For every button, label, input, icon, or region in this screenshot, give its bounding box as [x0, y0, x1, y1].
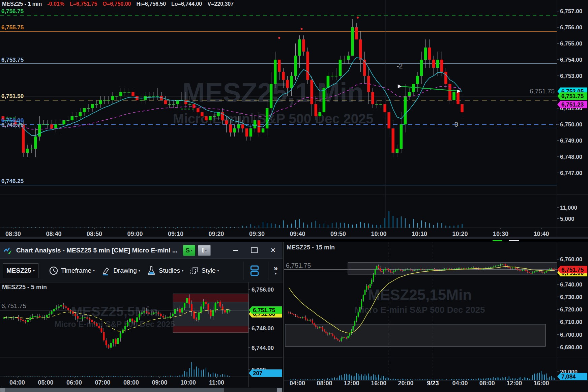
c2-volume — [288, 371, 555, 380]
timeframe-label: Timeframe — [61, 267, 91, 274]
svg-text:-2: -2 — [397, 62, 403, 70]
c1-watermark: MESZ25,5MinMicro E-mini S&P 500 Dec 2025 — [54, 304, 175, 329]
c0-watermark: MESZ25,1 MinMicro E-mini S&P 500 Dec 202… — [173, 78, 373, 126]
svg-text:09:50: 09:50 — [330, 231, 346, 237]
c2-annotations: 6,751.75 — [286, 262, 311, 269]
svg-text:Micro E-mini S&P 500 Dec 2025: Micro E-mini S&P 500 Dec 2025 — [355, 305, 485, 315]
chart-toolbar: MESZ25 ▾ Timeframe ▾ Drawing ▾ St — [0, 259, 283, 282]
svg-text:10:10: 10:10 — [412, 231, 427, 237]
chart-analysis-logo-icon — [3, 246, 12, 255]
style-menu[interactable]: Style ▾ — [189, 266, 219, 275]
fifteen-min-chart-title: MESZ25 - 15 min — [287, 244, 335, 251]
five-min-chart-canvas[interactable]: MESZ25,5MinMicro E-mini S&P 500 Dec 2025… — [0, 282, 283, 392]
panel-splitter-vertical[interactable] — [283, 242, 284, 392]
studies-label: Studies — [159, 267, 180, 274]
svg-text:MESZ25,5Min: MESZ25,5Min — [71, 304, 158, 319]
svg-text:10:00: 10:00 — [180, 379, 196, 386]
svg-text:10:30: 10:30 — [493, 231, 508, 237]
c1-chrome[interactable] — [0, 388, 283, 392]
top-chart-canvas[interactable]: MESZ25,1 MinMicro E-mini S&P 500 Dec 202… — [0, 0, 588, 242]
svg-text:11,000: 11,000 — [560, 205, 577, 211]
maximize-icon — [251, 247, 258, 253]
window-title: Chart Analysis - MESZ25 5 min [CME] Micr… — [16, 247, 178, 254]
svg-text:6,760.00: 6,760.00 — [560, 256, 582, 263]
svg-text:09:30: 09:30 — [249, 231, 265, 237]
high-price-label: Hi=6,756.50 — [136, 1, 166, 7]
clock-icon — [49, 266, 59, 276]
c0-price-badges: 6,752.056,751.756,751.23 — [557, 88, 587, 108]
style-frames-icon — [189, 266, 199, 275]
caret-down-icon: ▾ — [217, 269, 219, 272]
symbol-link-button[interactable]: S ▾ — [183, 245, 195, 256]
low-price-label: Lo=6,744.00 — [171, 1, 202, 7]
svg-text:09:00: 09:00 — [152, 379, 167, 386]
svg-text:08:50: 08:50 — [87, 231, 102, 237]
symbol-link-letter: S — [185, 247, 190, 254]
svg-text:12:00: 12:00 — [344, 380, 359, 387]
svg-text:0: 0 — [454, 121, 458, 128]
open-price-label: O=6,750.00 — [102, 1, 131, 7]
trading-workspace: MESZ25,1 MinMicro E-mini S&P 500 Dec 202… — [0, 0, 588, 392]
svg-text:09:00: 09:00 — [127, 231, 143, 237]
svg-text:10:40: 10:40 — [533, 231, 549, 237]
last-price-label: L=6,751.75 — [70, 1, 97, 7]
svg-text:9/23: 9/23 — [427, 380, 439, 387]
percent-change-label: -0.01% — [47, 1, 64, 7]
more-tools-button[interactable]: » ▾ — [274, 266, 278, 275]
svg-text:6,757.00: 6,757.00 — [560, 8, 582, 14]
volume-label: V=220,307 — [207, 1, 234, 7]
toolbar-separator — [243, 262, 243, 280]
pencil-icon — [101, 266, 111, 276]
svg-text:6,756.00: 6,756.00 — [560, 24, 582, 31]
svg-text:6,751.75: 6,751.75 — [561, 93, 584, 99]
c0-volume — [3, 211, 463, 228]
svg-text:09:20: 09:20 — [208, 231, 224, 237]
svg-text:11:00: 11:00 — [209, 379, 224, 386]
symbol-input[interactable]: MESZ25 ▾ — [3, 263, 38, 278]
svg-text:6,756.75: 6,756.75 — [1, 8, 24, 14]
svg-text:08:40: 08:40 — [46, 231, 61, 237]
symbol-timeframe-label: MESZ25 - 1 min — [2, 1, 42, 7]
maximize-button[interactable] — [245, 242, 264, 259]
c0-chrome[interactable] — [0, 237, 588, 242]
chart-analysis-titlebar[interactable]: Chart Analysis - MESZ25 5 min [CME] Micr… — [0, 242, 283, 259]
svg-text:16:00: 16:00 — [534, 380, 549, 387]
caret-down-icon: ▾ — [139, 269, 140, 272]
svg-text:6,751.75: 6,751.75 — [253, 307, 275, 313]
svg-text:6,690.00: 6,690.00 — [560, 344, 582, 351]
svg-text:6,740.00: 6,740.00 — [560, 281, 582, 288]
svg-text:6,756.00: 6,756.00 — [252, 287, 274, 293]
c1-volume — [4, 362, 230, 377]
caret-down-icon: ▾ — [191, 248, 193, 252]
svg-text:16:00: 16:00 — [371, 380, 386, 387]
interval-link-letter: I — [202, 247, 204, 254]
svg-text:6,751.75: 6,751.75 — [561, 267, 584, 273]
timeframe-menu[interactable]: Timeframe ▾ — [49, 266, 95, 276]
studies-menu[interactable]: Studies ▾ — [146, 266, 183, 276]
minimize-button[interactable] — [226, 242, 245, 259]
svg-text:MESZ25,1 Min: MESZ25,1 Min — [182, 78, 364, 108]
drawing-menu[interactable]: Drawing ▾ — [101, 266, 140, 276]
svg-text:207: 207 — [253, 370, 262, 376]
svg-text:6,746.25: 6,746.25 — [1, 178, 24, 184]
caret-down-icon: ▾ — [93, 269, 95, 272]
svg-text:6,753.00: 6,753.00 — [560, 73, 582, 79]
c2-watermark: MESZ25,15MinMicro E-mini S&P 500 Dec 202… — [355, 287, 485, 315]
flask-icon — [146, 266, 156, 276]
svg-text:6,753.75: 6,753.75 — [1, 57, 24, 63]
chartbook-layout-button[interactable] — [250, 265, 262, 276]
minimize-icon — [233, 250, 238, 251]
svg-text:12:00: 12:00 — [506, 380, 522, 387]
svg-text:6,755.75: 6,755.75 — [1, 24, 24, 31]
symbol-value: MESZ25 — [6, 267, 31, 274]
c1-annotations: 6,751.75 — [1, 302, 26, 309]
svg-text:6,748.00: 6,748.00 — [560, 154, 582, 160]
interval-link-button[interactable]: I ▾ — [198, 245, 211, 256]
svg-text:10:00: 10:00 — [371, 231, 386, 237]
caret-down-icon: ▾ — [33, 269, 35, 272]
svg-text:6,751.50: 6,751.50 — [1, 93, 24, 99]
fifteen-min-chart-canvas[interactable]: MESZ25,15MinMicro E-mini S&P 500 Dec 202… — [283, 242, 588, 392]
svg-text:08:00: 08:00 — [123, 379, 139, 386]
svg-text:08:00: 08:00 — [479, 380, 495, 387]
close-button[interactable]: ✕ — [264, 242, 283, 259]
